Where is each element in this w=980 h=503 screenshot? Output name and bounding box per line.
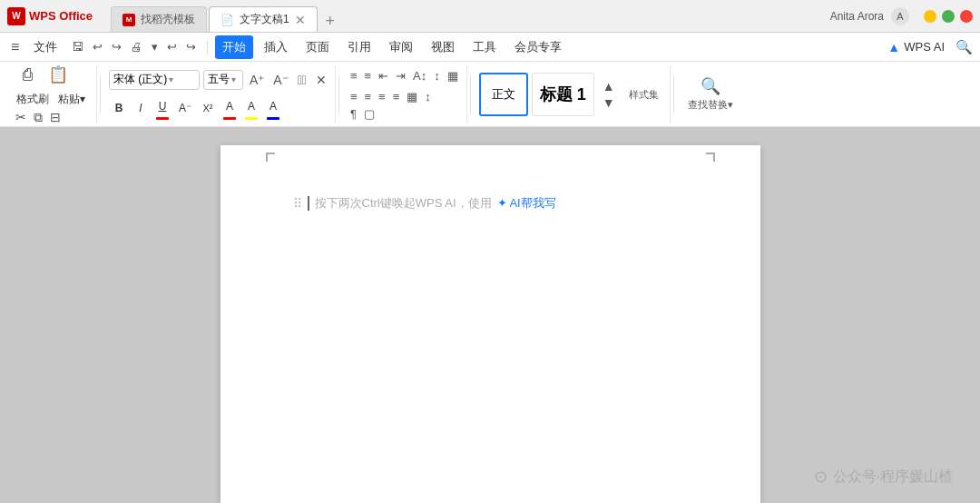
wps-ai-button[interactable]: ▲ WPS AI <box>880 38 952 56</box>
search-icon[interactable]: 🔍 <box>956 39 973 55</box>
document-page[interactable]: ⠿ 按下两次Ctrl键唤起WPS AI，使用 ✦ AI帮我写 <box>220 145 760 503</box>
highlight-group: A <box>241 96 261 120</box>
format-painter-btn[interactable]: ⎙ <box>13 64 42 87</box>
bold-button[interactable]: B <box>109 98 129 118</box>
menu-start[interactable]: 开始 <box>215 35 253 59</box>
redo-btn[interactable]: ↪ <box>108 38 125 55</box>
border2-icon[interactable]: ▢ <box>361 105 377 123</box>
para-spacing-icon[interactable]: ↕ <box>431 67 443 84</box>
ai-write-text[interactable]: ✦ AI帮我写 <box>497 195 556 212</box>
highlight-color-bar <box>245 117 258 120</box>
more-quick-btn[interactable]: ▾ <box>148 38 162 55</box>
underline-button[interactable]: U <box>152 96 172 116</box>
strikethrough-button[interactable]: A⁻ <box>174 98 196 118</box>
italic-button[interactable]: I <box>131 98 151 118</box>
underline-group: U <box>152 96 172 120</box>
text-color-group: A <box>263 96 283 120</box>
tab-close-icon[interactable]: ✕ <box>295 14 306 26</box>
list-number-icon[interactable]: ≡ <box>362 67 375 84</box>
ribbon-sep-3 <box>470 76 471 113</box>
font-color-bar <box>223 117 236 120</box>
styles-more-label[interactable]: 样式集 <box>623 86 664 104</box>
document-area: ⠿ 按下两次Ctrl键唤起WPS AI，使用 ✦ AI帮我写 ⊙ 公众号·程序媛… <box>0 127 980 503</box>
list-bullet-icon[interactable]: ≡ <box>348 67 360 84</box>
title-bar: W WPS Office M 找稻壳模板 📄 文字文稿1 ✕ + Anita A… <box>0 0 980 33</box>
ribbon-sep-2 <box>338 76 339 113</box>
new-tab-button[interactable]: + <box>319 10 341 32</box>
tab-document-label: 文字文稿1 <box>240 12 289 27</box>
format-brush-label[interactable]: 格式刷 <box>13 90 53 109</box>
paragraph-group: ≡ ≡ ⇤ ⇥ A↕ ↕ ▦ ≡ ≡ ≡ ≡ ▦ ↕ ¶ ▢ <box>342 65 467 123</box>
ribbon-toolbar: ⎙ 📋 格式刷 粘贴▾ ✂ ⧉ ⊟ 宋体 (正文) ▾ 五号 ▾ <box>0 62 980 127</box>
paste-special-icon[interactable]: ⊟ <box>47 109 64 125</box>
menu-file[interactable]: 文件 <box>26 35 64 59</box>
para-row2: ≡ ≡ ≡ ≡ ▦ ↕ <box>348 88 434 105</box>
text-color-button2[interactable]: A <box>263 96 283 116</box>
minimize-button[interactable] <box>924 10 936 23</box>
style-heading1[interactable]: 标题 1 <box>532 73 594 116</box>
undo-btn[interactable]: ↩ <box>89 38 106 55</box>
undo-btn2[interactable]: ↩ <box>163 38 181 55</box>
superscript-button[interactable]: X² <box>198 98 218 118</box>
find-replace-label[interactable]: 查找替换▾ <box>682 96 739 113</box>
user-avatar[interactable]: A <box>891 7 909 25</box>
menu-insert[interactable]: 插入 <box>257 35 295 59</box>
align-justify-icon[interactable]: ≡ <box>390 88 403 105</box>
ribbon-sep-1 <box>100 76 101 113</box>
highlight-button[interactable]: A <box>241 96 261 116</box>
font-color-button[interactable]: A <box>220 96 240 116</box>
menu-bar: ≡ 文件 🖫 ↩ ↪ 🖨 ▾ ↩ ↪ 开始 插入 页面 引用 审阅 视图 工具 … <box>0 33 980 62</box>
menu-tools[interactable]: 工具 <box>466 35 504 59</box>
find-group: 🔍 查找替换▾ <box>677 65 744 123</box>
para-row1: ≡ ≡ ⇤ ⇥ A↕ ↕ ▦ <box>348 67 461 84</box>
menu-view[interactable]: 视图 <box>424 35 462 59</box>
style-normal-label: 正文 <box>492 86 515 103</box>
align-center-icon[interactable]: ≡ <box>362 88 375 105</box>
menu-review[interactable]: 审阅 <box>382 35 420 59</box>
show-para-icon[interactable]: ¶ <box>348 105 359 123</box>
hamburger-icon[interactable]: ≡ <box>7 37 23 57</box>
font-name-value: 宋体 (正文) <box>113 72 167 87</box>
menu-page[interactable]: 页面 <box>299 35 337 59</box>
line-spacing-icon[interactable]: ↕ <box>422 88 434 105</box>
style-down-btn[interactable]: ▼ <box>600 94 618 111</box>
indent-right-icon[interactable]: ⇥ <box>393 67 408 84</box>
columns-icon[interactable]: ▦ <box>404 88 420 105</box>
menu-member[interactable]: 会员专享 <box>507 35 569 59</box>
styles-group: 正文 标题 1 ▲ ▼ 样式集 <box>474 65 671 123</box>
align-right-icon[interactable]: ≡ <box>376 88 388 105</box>
style-normal[interactable]: 正文 <box>479 73 528 116</box>
print-btn[interactable]: 🖨 <box>127 38 146 55</box>
save-btn[interactable]: 🖫 <box>68 38 87 55</box>
paste-icon: 📋 <box>48 65 68 85</box>
align-left-icon[interactable]: ≡ <box>348 88 360 105</box>
para-border-icon[interactable]: ▦ <box>445 67 461 84</box>
copy-icon[interactable]: ⧉ <box>31 109 45 125</box>
paste-btn[interactable]: 📋 <box>44 64 73 87</box>
menu-ref[interactable]: 引用 <box>340 35 378 59</box>
cursor-hint: ⠿ 按下两次Ctrl键唤起WPS AI，使用 ✦ AI帮我写 <box>293 195 556 212</box>
font-name-selector[interactable]: 宋体 (正文) ▾ <box>109 70 200 90</box>
style-up-btn[interactable]: ▲ <box>600 78 618 94</box>
user-name: Anita Arora <box>830 10 884 23</box>
close-button[interactable] <box>960 10 973 23</box>
font-clear-btn[interactable]: ✕ <box>313 72 329 88</box>
tab-document[interactable]: 📄 文字文稿1 ✕ <box>209 6 318 32</box>
font-increase-btn[interactable]: A⁺ <box>247 72 267 88</box>
wps-ai-label: WPS AI <box>904 40 945 54</box>
tab-templates[interactable]: M 找稻壳模板 <box>111 6 207 32</box>
indent-left-icon[interactable]: ⇤ <box>376 67 391 84</box>
app-logo[interactable]: W WPS Office <box>7 7 107 25</box>
font-size-selector[interactable]: 五号 ▾ <box>203 70 243 90</box>
maximize-button[interactable] <box>942 10 955 23</box>
para-sort-icon[interactable]: A↕ <box>410 67 429 84</box>
style-heading1-label: 标题 1 <box>540 84 586 105</box>
font-decrease-btn[interactable]: A⁻ <box>270 72 290 88</box>
paste-label[interactable]: 粘贴▾ <box>54 90 89 109</box>
wps-ai-icon: ▲ <box>887 40 900 54</box>
font-style-btn[interactable]: Ａ̂ <box>295 72 309 88</box>
cut-icon[interactable]: ✂ <box>13 109 29 125</box>
redo-btn2[interactable]: ↪ <box>182 38 200 55</box>
format-painter-icon: ⎙ <box>23 65 33 85</box>
font-name-arrow: ▾ <box>169 74 173 84</box>
